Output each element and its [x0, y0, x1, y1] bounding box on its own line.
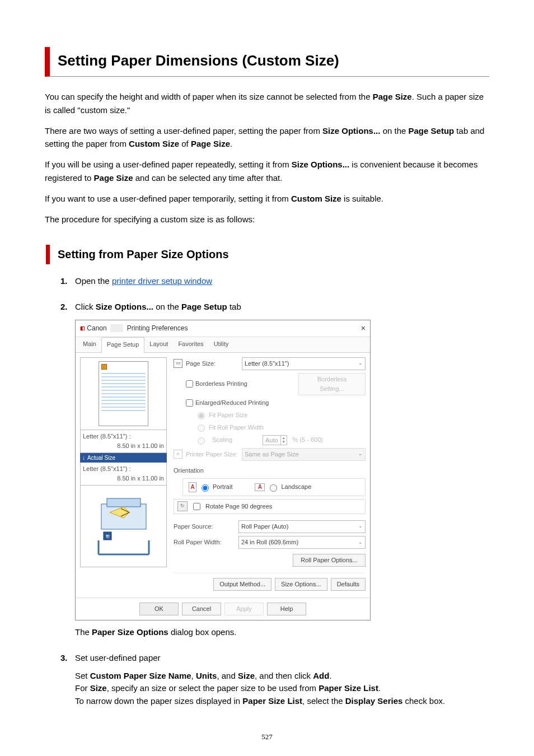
bold-text: Add	[313, 671, 329, 680]
text: For	[75, 683, 90, 693]
fit-paper-label: Fit Paper Size	[209, 410, 247, 420]
ok-button[interactable]: OK	[139, 603, 179, 615]
bold-text: Paper Size List	[242, 696, 302, 706]
roll-paper-options-button[interactable]: Roll Paper Options...	[293, 554, 366, 567]
text: If you want to use a user-defined paper …	[45, 194, 291, 203]
title-redacted: .	[110, 324, 123, 332]
rotate-label: Rotate Page 90 degrees	[205, 502, 272, 511]
text: Actual Size	[87, 454, 115, 463]
text: .	[378, 683, 381, 693]
defaults-button[interactable]: Defaults	[331, 578, 366, 591]
landscape-label: Landscape	[281, 482, 311, 492]
dropdown-value: 24 in Roll (609.6mm)	[241, 538, 298, 547]
bold-text: Size Options...	[96, 302, 153, 311]
printer-icon: श	[90, 493, 157, 560]
preview-column: Letter (8.5"x11") : 8.50 in x 11.00 in ↓…	[80, 357, 167, 591]
tab-favorites[interactable]: Favorites	[173, 337, 208, 352]
text: There are two ways of setting a user-def…	[45, 126, 322, 136]
scaling-range: % (5 - 600)	[293, 435, 323, 445]
printer-driver-setup-link[interactable]: printer driver setup window	[112, 276, 212, 286]
bold-text: Custom Size	[129, 139, 179, 148]
page-number: 527	[0, 731, 534, 743]
roll-width-label: Roll Paper Width:	[174, 538, 235, 547]
chevron-down-icon: ⌄	[358, 360, 363, 367]
page-size-label: Page Size:	[186, 359, 238, 368]
text: , select the	[302, 696, 345, 706]
bold-text: Paper Size List	[318, 683, 378, 693]
portrait-icon: A	[189, 482, 196, 492]
bold-text: Custom Paper Size Name	[90, 671, 191, 680]
bold-text: Page Setup	[181, 302, 227, 311]
bold-text: Paper Size Options	[92, 627, 168, 637]
text: Canon	[87, 324, 106, 332]
text: , specify an size or select the paper si…	[107, 683, 319, 693]
portrait-radio[interactable]	[202, 484, 209, 492]
svg-rect-1	[107, 498, 140, 507]
apply-button: Apply	[224, 603, 264, 615]
text: of	[179, 139, 191, 148]
page-size-dropdown[interactable]: Letter (8.5"x11") ⌄	[242, 357, 366, 370]
step-title: Set user-defined paper	[75, 651, 161, 664]
landscape-radio[interactable]	[270, 484, 277, 492]
text: and can be selected any time after that.	[133, 173, 283, 183]
step-2-body: The Paper Size Options dialog box opens.	[75, 626, 489, 639]
help-button[interactable]: Help	[267, 603, 306, 615]
text: Letter (8.5"x11") :	[83, 432, 164, 441]
text: dialog box opens.	[168, 627, 237, 637]
spinner-arrows-icon: ▲▼	[280, 436, 287, 445]
text: , and then click	[255, 671, 313, 680]
text: Open the	[75, 276, 112, 286]
step-text: Click Size Options... on the Page Setup …	[75, 300, 241, 313]
heading-1-block: Setting Paper Dimensions (Custom Size)	[45, 47, 489, 77]
section-title: Setting from Paper Size Options	[58, 246, 489, 263]
landscape-icon: A	[255, 483, 265, 491]
text: , and	[217, 671, 238, 680]
form-column: ▭ Page Size: Letter (8.5"x11") ⌄ Borderl…	[174, 357, 366, 591]
text: .	[329, 671, 331, 680]
spinner-value: Auto	[263, 436, 280, 445]
scaling-spinner: Auto ▲▼	[263, 435, 287, 445]
tab-page-setup[interactable]: Page Setup	[101, 337, 145, 352]
output-method-button[interactable]: Output Method...	[213, 578, 271, 591]
text: Click	[75, 302, 96, 311]
step-number: 3.	[60, 651, 71, 664]
preview-size-label: Letter (8.5"x11") : 8.50 in x 11.00 in	[80, 430, 167, 453]
scaling-radio	[198, 437, 205, 445]
intro-paragraph-2: There are two ways of setting a user-def…	[45, 124, 489, 151]
step-3-line-2: For Size, specify an size or select the …	[75, 682, 489, 695]
dialog-titlebar: ◧ Canon . Printing Preferences ×	[76, 320, 370, 338]
bold-text: Size	[90, 683, 107, 693]
dialog-title-text: ◧ Canon . Printing Preferences	[80, 323, 188, 334]
intro-paragraph-4: If you want to use a user-defined paper …	[45, 192, 489, 205]
page-preview	[80, 357, 167, 430]
roll-width-dropdown[interactable]: 24 in Roll (609.6mm) ⌄	[238, 536, 366, 549]
borderless-setting-button: Borderless Setting...	[298, 373, 366, 395]
paper-source-dropdown[interactable]: Roll Paper (Auto) ⌄	[238, 520, 366, 533]
tab-utility[interactable]: Utility	[209, 337, 234, 352]
enlarged-checkbox[interactable]	[186, 399, 193, 407]
rotate-icon: ↻	[177, 501, 188, 511]
text: ,	[191, 671, 196, 680]
size-options-button[interactable]: Size Options...	[275, 578, 327, 591]
bold-text: Size	[238, 671, 255, 680]
canon-logo-icon: ◧	[80, 325, 85, 331]
text: 8.50 in x 11.00 in	[83, 474, 164, 483]
tab-main[interactable]: Main	[78, 337, 101, 352]
printer-paper-icon: A	[174, 450, 182, 459]
fit-roll-label: Fit Roll Paper Width	[209, 423, 264, 432]
tab-layout[interactable]: Layout	[144, 337, 173, 352]
step-3-line-1: Set Custom Paper Size Name, Units, and S…	[75, 670, 489, 683]
text: 8.50 in x 11.00 in	[83, 441, 164, 451]
dropdown-value: Roll Paper (Auto)	[241, 522, 288, 531]
step-3-line-3: To narrow down the paper sizes displayed…	[75, 695, 489, 708]
borderless-checkbox[interactable]	[186, 380, 193, 388]
bold-text: Page Size	[94, 173, 133, 183]
intro-paragraph-1: You can specify the height and width of …	[45, 90, 489, 116]
close-icon[interactable]: ×	[361, 323, 366, 335]
rotate-checkbox[interactable]	[193, 503, 200, 510]
printer-preview: श	[80, 486, 167, 567]
intro-paragraph-5: The procedure for specifying a custom si…	[45, 213, 489, 226]
step-2: 2. Click Size Options... on the Page Set…	[60, 300, 489, 639]
preview2-size-label: Letter (8.5"x11") : 8.50 in x 11.00 in	[80, 463, 167, 486]
cancel-button[interactable]: Cancel	[182, 603, 221, 615]
